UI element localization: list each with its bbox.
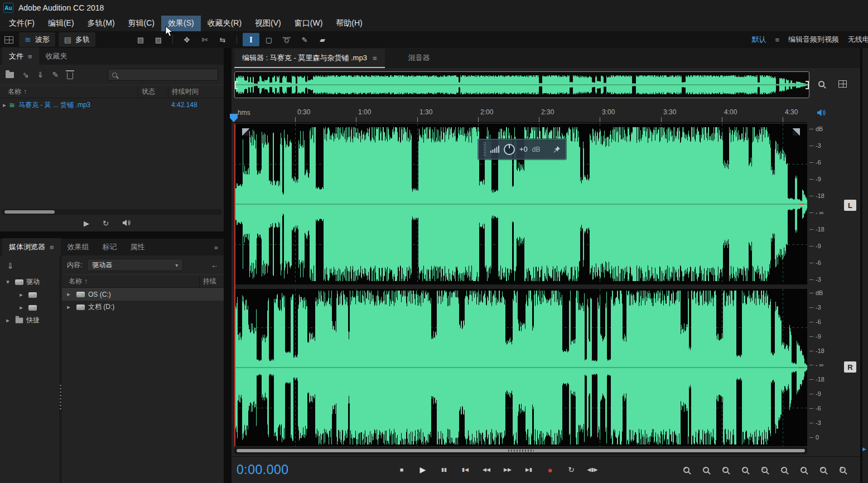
tree-item-drive-c[interactable]: ▸ — [0, 288, 59, 301]
tab-files[interactable]: 文件 ≡ — [2, 47, 39, 65]
zoom-out-time-button[interactable]: ▫ — [736, 462, 754, 477]
monitor-speaker-icon[interactable] — [814, 106, 828, 119]
menu-window[interactable]: 窗口(W) — [288, 16, 330, 31]
workspace-menu-icon[interactable]: ≡ — [775, 36, 779, 44]
overview-strip[interactable] — [234, 71, 809, 98]
grid-view-icon[interactable] — [835, 77, 850, 90]
waveform-view-button[interactable]: ≋ 波形 — [19, 32, 55, 47]
tree-item-drives[interactable]: ▾ 驱动 — [0, 276, 59, 288]
drive-row-d[interactable]: ▸ 文档 (D:) — [62, 301, 224, 313]
files-hscrollbar[interactable] — [2, 209, 222, 215]
new-file-icon[interactable]: ✎ — [52, 71, 59, 79]
rewind-button[interactable]: ◀◀ — [477, 462, 496, 477]
navigate-up-icon[interactable]: ← — [211, 260, 219, 269]
spectral-display-button[interactable]: ▨ — [150, 33, 167, 46]
fade-in-handle[interactable] — [242, 128, 249, 136]
zoom-in-amplitude-button[interactable]: + — [677, 462, 695, 477]
workspace-item-radio[interactable]: 无线电 — [848, 35, 868, 45]
waveform-display[interactable]: +0 dB — [234, 124, 807, 446]
razor-tool-button[interactable]: ✄ — [196, 33, 213, 46]
pause-button[interactable]: ▮▮ — [435, 462, 454, 477]
tab-mixer[interactable]: 混音器 — [399, 49, 439, 68]
tab-favorites[interactable]: 收藏夹 — [39, 47, 74, 65]
browser-column-duration[interactable]: 持续 — [199, 275, 224, 287]
hud-grip-handle[interactable] — [484, 142, 486, 156]
content-dropdown[interactable]: 驱动器 ▾ — [87, 259, 183, 271]
zoom-selection-left-button[interactable]: ‹ — [775, 462, 793, 477]
import-file-icon[interactable]: ⇘ — [22, 71, 29, 79]
import-into-project-icon[interactable]: ⇓ — [7, 261, 59, 271]
spot-healing-tool-button[interactable]: ▰ — [314, 33, 331, 46]
tab-markers[interactable]: 标记 — [96, 238, 124, 255]
stop-button[interactable]: ■ — [392, 462, 411, 477]
zoom-out-amplitude-button[interactable]: − — [697, 462, 715, 477]
chevron-right-icon[interactable]: ▸ — [17, 304, 26, 311]
time-selection-tool-button[interactable]: I — [243, 33, 259, 46]
skip-selection-button[interactable]: ◀▮▶ — [583, 462, 602, 477]
expand-arrow-icon[interactable]: ▶ — [862, 446, 866, 452]
workspace-current[interactable]: 默认 — [751, 35, 766, 45]
files-search-input[interactable] — [121, 71, 214, 79]
time-display[interactable]: 0:00.000 — [237, 462, 289, 477]
pin-icon[interactable] — [553, 146, 561, 153]
volume-knob[interactable] — [504, 144, 515, 155]
import-media-icon[interactable]: ⇓ — [37, 71, 44, 79]
chevron-right-icon[interactable]: ▸ — [17, 291, 26, 298]
panel-grid-icon[interactable] — [4, 36, 13, 44]
tab-editor[interactable]: 编辑器 : 马赛克 - 莫里森与杂货铺 .mp3 ≡ — [234, 49, 385, 68]
overview-right-handle[interactable] — [806, 81, 809, 89]
auto-play-speaker-icon[interactable] — [122, 219, 131, 228]
files-list-header[interactable]: 名称 ↑ 状态 持续时间 — [0, 85, 224, 98]
trash-icon[interactable] — [67, 73, 73, 79]
waveform-display-button[interactable]: ▤ — [132, 33, 149, 46]
volume-hud[interactable]: +0 dB — [478, 139, 566, 160]
timeline-scrollbar[interactable] — [234, 447, 807, 454]
menu-view[interactable]: 视图(V) — [248, 16, 288, 31]
column-name[interactable]: 名称 ↑ — [0, 87, 138, 96]
chevron-right-icon[interactable]: ▸ — [64, 291, 73, 298]
tab-media-browser[interactable]: 媒体浏览器 ≡ — [2, 238, 61, 255]
tab-effects-rack[interactable]: 效果组 — [61, 238, 96, 255]
tree-item-drive-d[interactable]: ▸ — [0, 301, 59, 314]
files-hscrollbar-handle[interactable] — [4, 210, 55, 214]
lasso-selection-tool-button[interactable]: ➰ — [278, 33, 295, 46]
column-duration[interactable]: 持续时间 — [168, 85, 224, 98]
chevron-right-icon[interactable]: ▸ — [3, 317, 12, 324]
play-file-icon[interactable]: ▶ — [84, 220, 89, 227]
collapsed-meters-panel[interactable]: ▶ — [862, 48, 868, 483]
workspace-item-edit-audio-to-video[interactable]: 编辑音频到视频 — [788, 35, 839, 45]
right-channel-button[interactable]: R — [844, 361, 856, 373]
menu-clip[interactable]: 剪辑(C) — [122, 16, 161, 31]
menu-edit[interactable]: 编辑(E) — [41, 16, 81, 31]
play-button[interactable]: ▶ — [413, 462, 432, 477]
zoom-tool-icon[interactable] — [814, 77, 828, 90]
playhead-marker[interactable] — [230, 114, 238, 122]
skip-to-end-button[interactable]: ▶▮ — [519, 462, 538, 477]
fast-forward-button[interactable]: ▶▶ — [498, 462, 517, 477]
zoom-selection-full-button[interactable]: ‹› — [814, 462, 832, 477]
tab-properties[interactable]: 属性 — [124, 238, 152, 255]
menu-multitrack[interactable]: 多轨(M) — [81, 16, 122, 31]
tree-item-shortcuts[interactable]: ▸ 快捷 — [0, 314, 59, 327]
menu-effects[interactable]: 效果(S) — [161, 16, 201, 31]
drive-row-c[interactable]: ▸ OS (C:) — [62, 288, 224, 301]
browser-panel-menu-icon[interactable]: ≡ — [50, 243, 54, 252]
skip-to-start-button[interactable]: ▮◀ — [456, 462, 475, 477]
open-file-icon[interactable] — [6, 72, 14, 78]
volume-value[interactable]: +0 — [519, 145, 528, 153]
fade-out-handle[interactable] — [793, 128, 800, 136]
zoom-selection-right-button[interactable]: › — [794, 462, 812, 477]
column-status[interactable]: 状态 — [138, 85, 168, 98]
zoom-in-time-button[interactable]: ▪ — [716, 462, 734, 477]
marquee-selection-tool-button[interactable]: ▢ — [261, 33, 277, 46]
timeline-ruler[interactable]: hms 0:30 1:00 1:30 2:00 2:30 3:00 3:30 4… — [234, 105, 807, 123]
multitrack-view-button[interactable]: ▤ 多轨 — [59, 32, 95, 47]
tab-overflow-icon[interactable]: » — [214, 243, 218, 252]
zoom-to-selection-button[interactable]: □ — [755, 462, 773, 477]
menu-help[interactable]: 帮助(H) — [329, 16, 369, 31]
browser-list-header[interactable]: 名称 ↑ 持续 — [62, 274, 224, 288]
files-panel-menu-icon[interactable]: ≡ — [28, 52, 32, 61]
move-tool-button[interactable]: ✥ — [179, 33, 195, 46]
zoom-reset-button[interactable]: ▯ — [833, 462, 851, 477]
chevron-right-icon[interactable]: ▸ — [64, 303, 73, 311]
